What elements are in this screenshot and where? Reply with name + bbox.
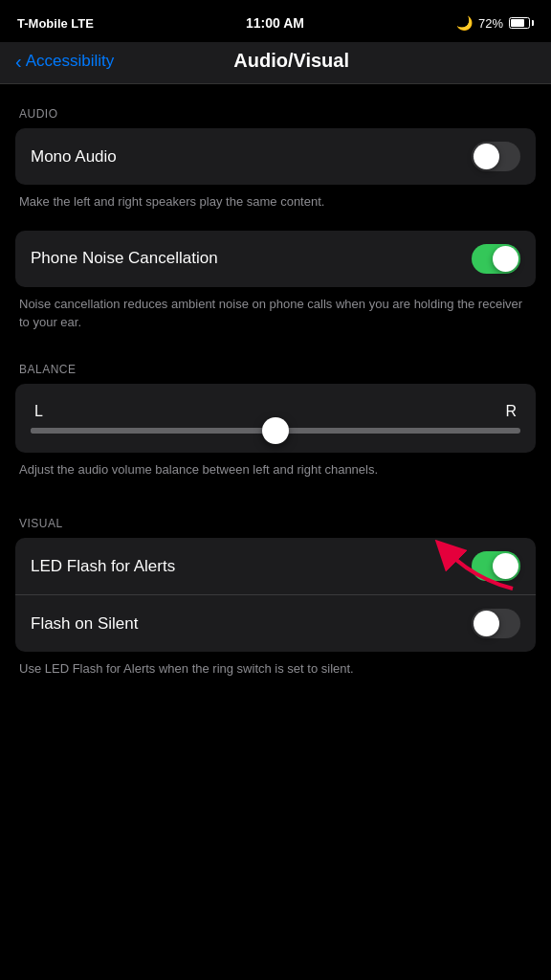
- balance-description: Adjust the audio volume balance between …: [15, 453, 536, 495]
- page-title: Audio/Visual: [114, 50, 469, 72]
- led-flash-label: LED Flash for Alerts: [31, 557, 175, 576]
- flash-silent-toggle[interactable]: [472, 609, 520, 638]
- time-label: 11:00 AM: [246, 15, 304, 31]
- balance-slider-container: L R: [15, 384, 536, 453]
- back-label: Accessibility: [26, 52, 115, 71]
- balance-slider-thumb[interactable]: [262, 417, 289, 444]
- noise-cancel-toggle[interactable]: [472, 244, 520, 274]
- led-flash-knob: [493, 553, 518, 579]
- mono-audio-toggle[interactable]: [472, 142, 520, 171]
- balance-right-label: R: [505, 403, 517, 420]
- status-bar: T-Mobile LTE 11:00 AM 🌙 72%: [0, 0, 551, 42]
- moon-icon: 🌙: [456, 15, 473, 31]
- audio-section-label: AUDIO: [15, 107, 536, 121]
- audio-section: AUDIO Mono Audio Make the left and right…: [0, 84, 551, 347]
- mono-audio-knob: [474, 144, 499, 169]
- back-chevron-icon: ‹: [15, 52, 22, 71]
- balance-left-label: L: [34, 403, 43, 420]
- nav-bar: ‹ Accessibility Audio/Visual: [0, 42, 551, 84]
- noise-cancel-knob: [493, 246, 518, 272]
- noise-cancel-row: Phone Noise Cancellation: [15, 231, 536, 287]
- balance-slider-fill: [31, 428, 276, 434]
- led-flash-row: LED Flash for Alerts: [15, 538, 536, 595]
- mono-audio-row: Mono Audio: [15, 128, 536, 185]
- flash-silent-row: Flash on Silent: [15, 595, 536, 652]
- visual-section-label: VISUAL: [15, 517, 536, 530]
- flash-silent-knob: [474, 611, 499, 636]
- balance-section: BALANCE L R Adjust the audio volume bala…: [0, 347, 551, 495]
- back-button[interactable]: ‹ Accessibility: [15, 52, 114, 71]
- visual-settings-group: LED Flash for Alerts Flash on Silent: [15, 538, 536, 652]
- mono-audio-label: Mono Audio: [31, 147, 117, 167]
- mono-audio-description: Make the left and right speakers play th…: [15, 185, 536, 227]
- flash-silent-description: Use LED Flash for Alerts when the ring s…: [15, 652, 536, 694]
- noise-cancel-description: Noise cancellation reduces ambient noise…: [15, 287, 536, 347]
- balance-slider-track[interactable]: [31, 428, 520, 434]
- carrier-label: T-Mobile LTE: [17, 16, 94, 31]
- battery-icon: [509, 17, 534, 29]
- audio-settings-group: Mono Audio: [15, 128, 536, 185]
- balance-section-label: BALANCE: [15, 363, 536, 376]
- led-flash-toggle[interactable]: [472, 551, 520, 581]
- status-right: 🌙 72%: [456, 15, 534, 31]
- flash-silent-label: Flash on Silent: [31, 614, 138, 634]
- noise-cancel-label: Phone Noise Cancellation: [31, 249, 218, 268]
- noise-cancel-group: Phone Noise Cancellation: [15, 231, 536, 287]
- battery-percent: 72%: [478, 16, 503, 31]
- visual-section: VISUAL LED Flash for Alerts Flash on Sil…: [0, 494, 551, 694]
